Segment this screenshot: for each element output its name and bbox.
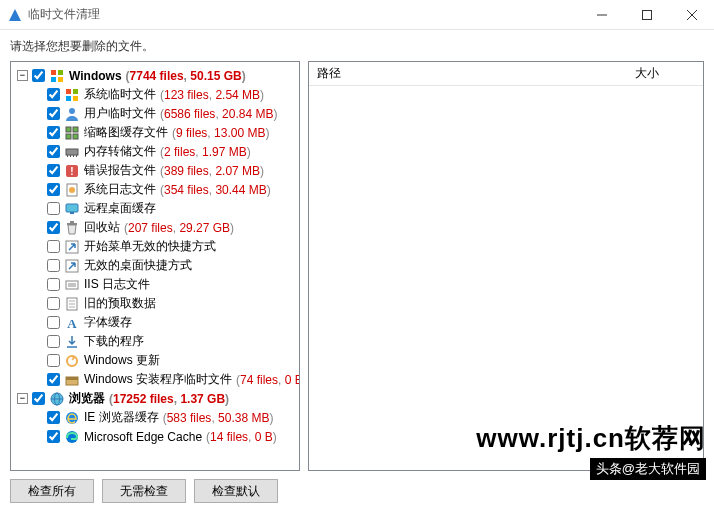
titlebar: 临时文件清理 <box>0 0 714 30</box>
item-label: 用户临时文件 <box>84 105 156 122</box>
item-label: 下载的程序 <box>84 333 144 350</box>
maximize-button[interactable] <box>624 0 669 30</box>
item-checkbox[interactable] <box>47 259 60 272</box>
item-checkbox[interactable] <box>47 107 60 120</box>
item-checkbox[interactable] <box>47 354 60 367</box>
tree-item[interactable]: 旧的预取数据 <box>13 294 297 313</box>
remote-icon <box>64 201 80 217</box>
tree-item[interactable]: 回收站 (207 files, 29.27 GB) <box>13 218 297 237</box>
tree-group[interactable]: −Windows (7744 files, 50.15 GB) <box>13 66 297 85</box>
globe-icon <box>49 391 65 407</box>
group-checkbox[interactable] <box>32 392 45 405</box>
item-checkbox[interactable] <box>47 278 60 291</box>
item-checkbox[interactable] <box>47 221 60 234</box>
item-label: 回收站 <box>84 219 120 236</box>
no-check-button[interactable]: 无需检查 <box>102 479 186 503</box>
category-tree[interactable]: −Windows (7744 files, 50.15 GB)系统临时文件 (1… <box>10 61 300 471</box>
tree-item[interactable]: !错误报告文件 (389 files, 2.07 MB) <box>13 161 297 180</box>
item-label: Windows 更新 <box>84 352 160 369</box>
tree-item[interactable]: 下载的程序 <box>13 332 297 351</box>
tree-item[interactable]: 无效的桌面快捷方式 <box>13 256 297 275</box>
item-checkbox[interactable] <box>47 335 60 348</box>
item-checkbox[interactable] <box>47 202 60 215</box>
ie-icon <box>64 410 80 426</box>
download-icon <box>64 334 80 350</box>
log-icon <box>64 182 80 198</box>
svg-rect-7 <box>51 77 56 82</box>
svg-rect-22 <box>76 155 77 157</box>
tree-group[interactable]: −浏览器 (17252 files, 1.37 GB) <box>13 389 297 408</box>
font-icon: A <box>64 315 80 331</box>
svg-rect-27 <box>66 204 78 212</box>
svg-rect-19 <box>67 155 68 157</box>
tree-item[interactable]: 系统日志文件 (354 files, 30.44 MB) <box>13 180 297 199</box>
windows-flag-icon <box>64 87 80 103</box>
collapse-icon[interactable]: − <box>17 70 28 81</box>
column-size[interactable]: 大小 <box>635 65 695 82</box>
svg-rect-28 <box>70 212 74 214</box>
svg-point-26 <box>69 187 75 193</box>
column-path[interactable]: 路径 <box>317 65 635 82</box>
prefetch-icon <box>64 296 80 312</box>
svg-rect-2 <box>642 10 651 19</box>
group-label: 浏览器 <box>69 390 105 407</box>
item-label: 系统临时文件 <box>84 86 156 103</box>
tree-item[interactable]: 开始菜单无效的快捷方式 <box>13 237 297 256</box>
item-checkbox[interactable] <box>47 297 60 310</box>
check-default-button[interactable]: 检查默认 <box>194 479 278 503</box>
tree-item[interactable]: IIS 日志文件 <box>13 275 297 294</box>
tree-item[interactable]: 系统临时文件 (123 files, 2.54 MB) <box>13 85 297 104</box>
svg-rect-16 <box>66 134 71 139</box>
item-label: 缩略图缓存文件 <box>84 124 168 141</box>
installer-icon <box>64 372 80 388</box>
tree-item[interactable]: 远程桌面缓存 <box>13 199 297 218</box>
tree-item[interactable]: IE 浏览器缓存 (583 files, 50.38 MB) <box>13 408 297 427</box>
svg-text:A: A <box>67 316 77 331</box>
item-checkbox[interactable] <box>47 164 60 177</box>
tree-item[interactable]: Windows 更新 <box>13 351 297 370</box>
item-label: IE 浏览器缓存 <box>84 409 159 426</box>
item-label: 旧的预取数据 <box>84 295 156 312</box>
item-checkbox[interactable] <box>47 126 60 139</box>
tree-item[interactable]: A字体缓存 <box>13 313 297 332</box>
close-button[interactable] <box>669 0 714 30</box>
item-checkbox[interactable] <box>47 373 60 386</box>
svg-rect-14 <box>66 127 71 132</box>
svg-rect-30 <box>70 221 74 223</box>
group-checkbox[interactable] <box>32 69 45 82</box>
tree-item[interactable]: 内存转储文件 (2 files, 1.97 MB) <box>13 142 297 161</box>
svg-rect-5 <box>51 70 56 75</box>
item-checkbox[interactable] <box>47 145 60 158</box>
item-checkbox[interactable] <box>47 88 60 101</box>
item-checkbox[interactable] <box>47 316 60 329</box>
svg-rect-10 <box>73 89 78 94</box>
item-checkbox[interactable] <box>47 240 60 253</box>
tree-item[interactable]: 用户临时文件 (6586 files, 20.84 MB) <box>13 104 297 123</box>
item-checkbox[interactable] <box>47 430 60 443</box>
tree-item[interactable]: 缩略图缓存文件 (9 files, 13.00 MB) <box>13 123 297 142</box>
group-label: Windows <box>69 69 122 83</box>
shortcut-icon <box>64 258 80 274</box>
svg-rect-18 <box>66 149 78 155</box>
app-icon <box>8 8 22 22</box>
file-list-header: 路径 大小 <box>309 62 703 86</box>
item-label: 内存转储文件 <box>84 143 156 160</box>
thumb-icon <box>64 125 80 141</box>
svg-rect-33 <box>66 281 78 289</box>
minimize-button[interactable] <box>579 0 624 30</box>
iis-icon <box>64 277 80 293</box>
prompt-text: 请选择您想要删除的文件。 <box>0 30 714 61</box>
button-bar: 检查所有 无需检查 检查默认 <box>0 471 714 508</box>
svg-marker-0 <box>9 9 21 21</box>
file-list-body <box>309 86 703 470</box>
collapse-icon[interactable]: − <box>17 393 28 404</box>
item-checkbox[interactable] <box>47 411 60 424</box>
svg-rect-44 <box>66 377 78 380</box>
tree-item[interactable]: Microsoft Edge Cache (14 files, 0 B) <box>13 427 297 446</box>
item-checkbox[interactable] <box>47 183 60 196</box>
svg-rect-21 <box>73 155 74 157</box>
recycle-icon <box>64 220 80 236</box>
shortcut-icon <box>64 239 80 255</box>
check-all-button[interactable]: 检查所有 <box>10 479 94 503</box>
tree-item[interactable]: Windows 安装程序临时文件 (74 files, 0 B <box>13 370 297 389</box>
